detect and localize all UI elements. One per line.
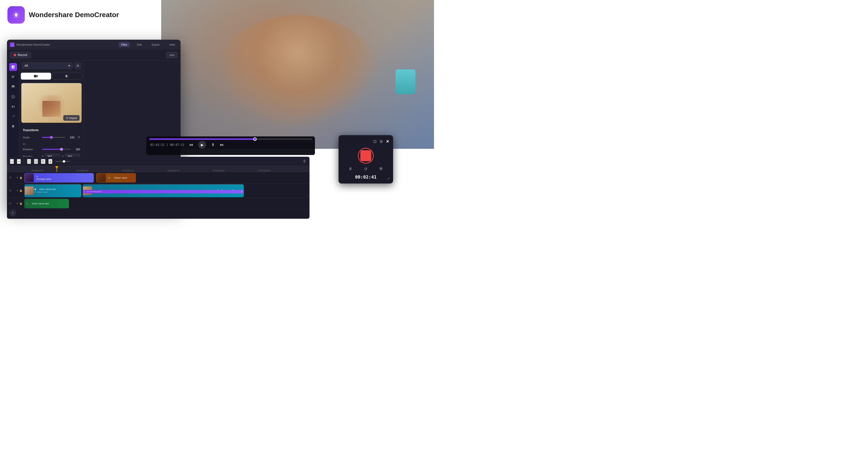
svg-point-8 (13, 96, 14, 97)
timeline-right-arrow[interactable]: › (307, 193, 309, 197)
menu-edit[interactable]: Edit (135, 42, 144, 47)
tab-video[interactable] (21, 73, 51, 80)
ruler-mark-2: 00:00:00:00 (76, 169, 89, 172)
svg-rect-2 (12, 67, 14, 68)
cursor-label: Cursur Margrerty (87, 190, 101, 193)
rotation-thumb[interactable] (60, 148, 63, 151)
undo-button[interactable]: ↩ (10, 159, 14, 164)
track-content-2: ▣ Video name.mov ✎ Effect name (24, 184, 310, 198)
zoom-thumb[interactable] (63, 160, 65, 163)
clip-montage[interactable]: ✎ Montage name (24, 173, 94, 183)
rw-refresh-icon[interactable]: ↺ (364, 167, 367, 172)
rw-shield-icon[interactable]: ⛨ (379, 167, 383, 172)
total-time: 00:47:11 (170, 143, 184, 147)
progress-bar[interactable] (149, 138, 312, 140)
track-label-1: 01 👁 🔒 (7, 202, 24, 205)
montage-thumb (25, 174, 34, 182)
eye-icon-1[interactable]: 👁 (16, 202, 19, 205)
scale-thumb[interactable] (50, 136, 53, 139)
menu-help[interactable]: Help (167, 42, 178, 47)
cursor-end-icon: ‖ (240, 190, 244, 193)
scale-reset-icon[interactable]: ↺ (78, 135, 80, 139)
eye-icon-2[interactable]: 👁 (16, 189, 19, 192)
sidebar-item-files[interactable] (9, 63, 17, 71)
import-label: Import (69, 117, 77, 120)
ada-button[interactable]: Ada (166, 52, 178, 58)
rotation-fill (42, 149, 62, 150)
split-button[interactable]: ⊞ (34, 159, 38, 164)
rw-timer: 00:02:41 (342, 174, 389, 180)
sticker-thumb-art (97, 174, 106, 182)
add-button[interactable]: ⊕ (49, 159, 52, 164)
track-row-2: 02 👁 🔒 ▣ Video name.mov (7, 184, 310, 198)
add-track-button[interactable]: + (9, 210, 16, 216)
track-num-2: 02 (9, 189, 12, 192)
sidebar-item-text[interactable] (9, 73, 17, 81)
rotation-slider[interactable] (42, 149, 71, 150)
montage-name: Montage name (34, 178, 53, 180)
external-link-icon[interactable]: ⊡ (373, 139, 376, 144)
chevron-down-icon: ▾ (68, 64, 70, 67)
branding: Wondershare DemoCreator (7, 6, 119, 24)
skip-back-button[interactable]: ⏮ (189, 143, 193, 147)
import-button[interactable]: ⊙ Import (63, 115, 80, 121)
close-icon[interactable]: ✕ (386, 139, 389, 144)
skip-forward-button[interactable]: ⏭ (220, 143, 224, 147)
menu-export[interactable]: Export (149, 42, 162, 47)
record-widget: ⊡ ⚙ ✕ ⏸ ↺ ⛨ 00:02:41 ⤢ (339, 135, 393, 184)
trim-button[interactable]: ⊡ (27, 159, 31, 164)
clip-cursor[interactable]: ‖ Cursur Margrerty ‖ (83, 190, 244, 193)
menu-files[interactable]: Files (119, 42, 129, 47)
expand-icon[interactable]: ⇔ (23, 142, 26, 146)
panel-header: All ▾ ⊞ (19, 61, 84, 71)
track-icons-2: 👁 🔒 (16, 189, 22, 192)
rotation-value: 100 (73, 148, 80, 151)
playhead[interactable] (57, 166, 57, 172)
tab-audio[interactable] (52, 73, 82, 80)
clip-video1[interactable]: ▣ Video name.mov ✎ Effect name (24, 184, 81, 197)
zoom-track[interactable] (55, 161, 70, 162)
video1-thumb-art (25, 186, 34, 195)
video1-thumb (25, 186, 34, 195)
sidebar-item-rocket[interactable] (9, 123, 17, 130)
redo-button[interactable]: ↪ (17, 159, 21, 164)
app-menu: Files Edit Export Help (119, 42, 178, 47)
record-button[interactable]: Record (10, 52, 31, 58)
sidebar-item-skip[interactable] (9, 103, 17, 111)
playback-controls: 01:42:21 | 00:47:11 ⏮ ▶ ⏸ ⏭ (146, 141, 315, 149)
rw-pause-icon[interactable]: ⏸ (348, 167, 352, 172)
lock-icon-3[interactable]: 🔒 (19, 176, 22, 179)
sidebar-item-chat[interactable] (9, 83, 17, 91)
track-icons-3: 👁 🔒 (16, 176, 22, 179)
lock-icon-2[interactable]: 🔒 (19, 189, 22, 192)
progress-thumb[interactable] (253, 137, 257, 141)
scale-slider[interactable] (42, 137, 65, 138)
microphone-button[interactable]: 🎙 (303, 159, 307, 164)
video1-effect-name: Effect name (37, 191, 48, 193)
grid-view-button[interactable]: ⊞ (75, 62, 81, 69)
all-dropdown[interactable]: All ▾ (22, 62, 73, 69)
scale-row: Scale 100 ↺ (23, 135, 80, 139)
rw-expand-icon[interactable]: ⤢ (387, 177, 390, 181)
clip-sticker[interactable]: ⊙ Sticker name (96, 173, 136, 183)
pause-button[interactable]: ⏸ (211, 143, 215, 147)
playback-area: 01:42:21 | 00:47:11 ⏮ ▶ ⏸ ⏭ (146, 136, 315, 155)
eye-icon-3[interactable]: 👁 (16, 176, 19, 179)
shield-button[interactable]: ⛨ (41, 159, 45, 164)
sidebar-item-emoji[interactable] (9, 93, 17, 101)
sticker-name: Sticker name (112, 177, 129, 179)
track-num-1: 01 (9, 202, 12, 205)
app-toolbar: Record Ada (7, 50, 181, 61)
svg-rect-9 (14, 105, 14, 108)
play-button[interactable]: ▶ (198, 141, 206, 149)
rw-bottom-controls: ⏸ ↺ ⛨ (342, 167, 389, 172)
sidebar-item-magic[interactable] (9, 113, 17, 121)
clip-music[interactable]: ♫ Music name.mp3 (24, 199, 69, 208)
svg-rect-3 (12, 76, 14, 76)
record-circle-button[interactable] (358, 148, 374, 164)
app-title-logo (10, 42, 14, 47)
lock-icon-1[interactable]: 🔒 (19, 202, 22, 205)
settings-icon[interactable]: ⚙ (379, 139, 383, 144)
svg-point-6 (12, 95, 14, 98)
media-tabs (19, 71, 84, 81)
